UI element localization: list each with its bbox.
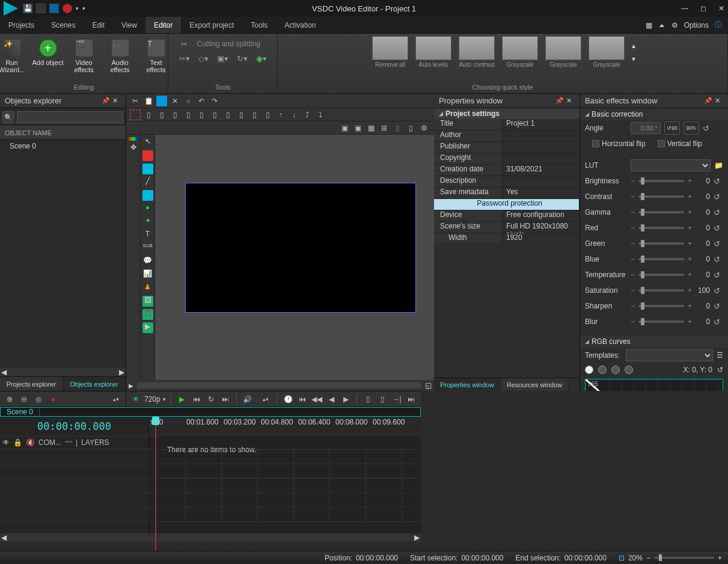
prop-row[interactable]: Author (434, 130, 580, 142)
menu-tab-edit[interactable]: Edit (84, 17, 113, 33)
arrow-down-icon[interactable]: ↓ (289, 109, 299, 120)
fx-slider-blur[interactable]: Blur−+0↺ (580, 314, 728, 330)
col-mute-icon[interactable]: 🔇 (26, 438, 35, 447)
pin-icon[interactable]: 📌 (102, 97, 110, 105)
arrow-top-icon[interactable]: ⤴ (302, 109, 313, 120)
razor-tool-icon[interactable]: ◇▾ (197, 53, 210, 64)
search-icon[interactable]: 🔍 (2, 111, 14, 123)
align-7-icon[interactable]: ▯ (222, 109, 233, 120)
rotate-90-cw-button[interactable]: 90↻ (684, 121, 699, 135)
run-wizard-button[interactable]: ✨Run Wizard... (0, 36, 28, 73)
tab-objects-explorer[interactable]: Objects explorer (63, 377, 126, 391)
video-effects-button[interactable]: 🎬Video effects (68, 36, 100, 73)
sprite-icon[interactable]: ♟ (142, 283, 153, 293)
video-frame[interactable] (185, 183, 416, 313)
horizontal-flip-checkbox[interactable]: Horizontal flip (592, 139, 646, 148)
qat-record-icon[interactable] (63, 4, 72, 13)
align-2-icon[interactable]: ▯ (156, 109, 167, 120)
col-visible-icon[interactable]: 👁 (2, 438, 10, 447)
tl-goto-icon[interactable]: →| (391, 393, 403, 405)
tl-record-icon[interactable]: ● (47, 393, 59, 405)
line-icon[interactable]: ╱ (142, 177, 153, 188)
audio-effects-button[interactable]: 🎧Audio effects (104, 36, 136, 73)
style-scroll-icon[interactable]: ▴▾ (629, 41, 635, 63)
close-icon[interactable]: ✕ (112, 97, 121, 105)
lut-select[interactable] (631, 159, 711, 171)
zoom-fit-icon[interactable]: ⊡ (619, 554, 625, 562)
hscroll-left-icon[interactable]: ◀ (1, 368, 7, 376)
redo-icon[interactable]: ↷ (209, 96, 220, 106)
curve-channel-r[interactable] (598, 366, 607, 374)
tl-back-icon[interactable]: ◀ (325, 393, 337, 405)
pin-icon[interactable]: 📌 (704, 97, 712, 105)
close-icon[interactable]: ✕ (566, 97, 575, 105)
prop-row[interactable]: Scene's sizeFull HD 1920x1080 pixels (434, 222, 580, 233)
image-icon[interactable]: 🖼 (142, 296, 153, 307)
close-icon[interactable]: ✕ (715, 97, 723, 105)
curve-channel-rgb[interactable] (585, 366, 593, 374)
menu-tab-activation[interactable]: Activation (276, 17, 324, 33)
rotate-90-ccw-button[interactable]: ↺90 (664, 121, 680, 135)
circle-icon[interactable]: ○ (183, 96, 194, 106)
close-button[interactable]: ✕ (718, 4, 724, 13)
qat-blank-icon[interactable] (36, 4, 46, 13)
fx-slider-temperature[interactable]: Temperature−+0↺ (580, 267, 728, 283)
collapse-ribbon-icon[interactable]: ⏶ (658, 21, 665, 29)
tl-next-frame-icon[interactable]: ⏭ (219, 393, 231, 405)
timeline-scene-tab[interactable]: Scene 0 (1, 408, 40, 416)
align-9-icon[interactable]: ▯ (249, 109, 260, 120)
prop-row[interactable]: DeviceFree configuration (434, 210, 580, 222)
options-label[interactable]: Options (684, 21, 709, 29)
reset-angle-icon[interactable]: ↺ (703, 124, 712, 133)
col-wave-icon[interactable]: 〰 (65, 438, 72, 447)
curve-channel-g[interactable] (611, 366, 620, 374)
qat-dropdown-icon[interactable]: ▾ (82, 5, 85, 11)
fx-slider-contrast[interactable]: Contrast−+0↺ (580, 189, 728, 204)
props-section-project[interactable]: Project settings (434, 108, 580, 119)
reset-curves-icon[interactable]: ↺ (717, 366, 723, 374)
style-grayscale-1[interactable]: Grayscale (500, 36, 540, 68)
fx-slider-sharpen[interactable]: Sharpen−+0↺ (580, 298, 728, 314)
tl-hscroll-left-icon[interactable]: ◀ (1, 533, 7, 542)
style-remove-all[interactable]: Remove all (370, 36, 411, 68)
lut-folder-icon[interactable]: 📁 (714, 161, 723, 170)
move-icon[interactable]: ✥ (128, 143, 139, 154)
prop-row[interactable]: TitleProject 1 (434, 119, 580, 130)
reset-icon[interactable]: ↺ (714, 239, 723, 248)
pin-icon[interactable]: 📌 (555, 97, 564, 105)
reset-icon[interactable]: ↺ (714, 224, 723, 233)
tab-resources-window[interactable]: Resources window (501, 378, 569, 391)
templates-menu-icon[interactable]: ☰ (717, 351, 723, 360)
templates-select[interactable] (626, 349, 713, 361)
style-auto-contrast[interactable]: Auto contrast (456, 36, 497, 68)
prop-row[interactable]: Creation date31/08/2021 (434, 165, 580, 176)
fx-section-correction[interactable]: Basic correction (580, 108, 728, 120)
tl-visible-icon[interactable]: 👁 (130, 393, 142, 405)
align-6-icon[interactable]: ▯ (209, 109, 220, 120)
menu-tab-view[interactable]: View (113, 17, 145, 33)
ruler-color-icon[interactable] (129, 137, 138, 141)
reset-icon[interactable]: ↺ (714, 317, 723, 326)
rect-icon[interactable] (142, 190, 153, 201)
ellipse-icon[interactable]: ● (142, 203, 153, 214)
fx-slider-red[interactable]: Red−+0↺ (580, 220, 728, 236)
reset-icon[interactable]: ↺ (714, 302, 723, 311)
tl-volume-icon[interactable]: 🔊 (242, 393, 254, 405)
fx-slider-brightness[interactable]: Brightness−+0↺ (580, 173, 728, 189)
grp-2-icon[interactable]: ▣ (352, 123, 363, 133)
select-all-icon[interactable] (130, 109, 141, 120)
style-auto-levels[interactable]: Auto levels (413, 36, 454, 68)
menu-tab-editor[interactable]: Editor (145, 17, 181, 33)
tl-fwd-icon[interactable]: ▶ (340, 393, 352, 405)
align-1-icon[interactable]: ▯ (143, 109, 154, 120)
fx-slider-saturation[interactable]: Saturation−+100↺ (580, 283, 728, 298)
fx-section-rgb[interactable]: RGB curves (580, 336, 728, 348)
canvas-viewport[interactable] (155, 135, 434, 380)
cut-tool-icon[interactable]: ✂▾ (178, 53, 191, 64)
cutting-splitting-label[interactable]: Cutting and splitting (197, 40, 260, 48)
style-grayscale-2[interactable]: Grayscale (543, 36, 584, 68)
prop-row[interactable]: Copyright (434, 153, 580, 165)
delete-icon[interactable]: ✕ (170, 96, 180, 106)
object-item-scene-0[interactable]: Scene 0 (0, 139, 126, 153)
settings-icon[interactable]: ⚙ (418, 123, 429, 133)
